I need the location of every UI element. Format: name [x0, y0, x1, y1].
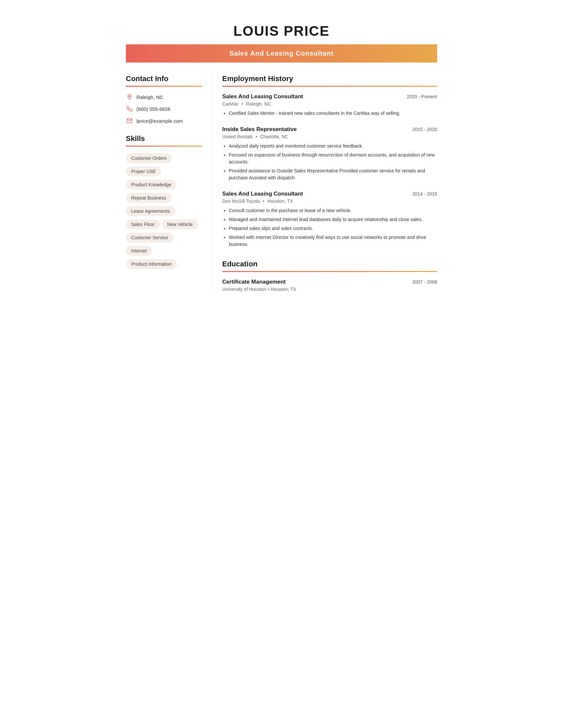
skill-tag: New Vehicle	[162, 219, 198, 229]
job-dates: 2020 - Present	[407, 94, 437, 99]
job-dates: 2014 - 2015	[412, 191, 437, 197]
skill-tag: Product Information	[126, 259, 177, 269]
skill-tag: Sales Floor	[126, 219, 160, 229]
contact-section-title: Contact Info	[126, 74, 202, 83]
job-title: Sales And Leasing Consultant	[222, 93, 303, 100]
job-company: CarMax • Raleigh, NC	[222, 101, 437, 107]
skills-divider	[126, 146, 202, 147]
job-bullet: Provided assistance to Outside Sales Rep…	[229, 167, 437, 181]
contact-item: Raleigh, NC	[126, 93, 202, 101]
education-divider	[222, 271, 437, 272]
job-entry: Inside Sales Representative 2015 - 2020 …	[222, 126, 437, 181]
jobs-list: Sales And Leasing Consultant 2020 - Pres…	[222, 93, 437, 248]
skills-list: Customer OrdersProper USEProduct Knowled…	[126, 153, 202, 272]
job-bullets: Analyzed daily reports and monitored cus…	[222, 143, 437, 181]
resume-title: Sales And Leasing Consultant	[229, 50, 334, 57]
skill-tag: Lease Agreements	[126, 206, 175, 216]
contact-item: lprice@example.com	[126, 117, 202, 124]
job-bullet: Prepared sales slips and sales contracts…	[229, 225, 437, 232]
job-bullet: Analyzed daily reports and monitored cus…	[229, 143, 437, 150]
contact-value: Raleigh, NC	[136, 94, 163, 100]
job-title: Sales And Leasing Consultant	[222, 191, 303, 197]
education-section-title: Education	[222, 260, 437, 268]
job-title: Inside Sales Representative	[222, 126, 297, 133]
edu-degree: Certificate Management	[222, 279, 286, 285]
svg-point-0	[129, 96, 130, 97]
education-list: Certificate Management 2007 - 2008 Unive…	[222, 279, 437, 292]
job-company: United Rentals • Charlotte, NC	[222, 134, 437, 139]
location-icon	[126, 93, 133, 101]
job-dates: 2015 - 2020	[412, 127, 437, 132]
skills-section-title: Skills	[126, 134, 202, 143]
edu-dates: 2007 - 2008	[412, 279, 437, 285]
job-bullet: Focused on expansion of business through…	[229, 152, 437, 165]
title-bar: Sales And Leasing Consultant	[126, 44, 437, 63]
contact-value: (600) 555-6826	[136, 106, 170, 112]
job-header: Sales And Leasing Consultant 2020 - Pres…	[222, 93, 437, 100]
contact-value: lprice@example.com	[136, 118, 183, 124]
phone-icon	[126, 105, 133, 113]
sidebar: Contact Info Raleigh, NC(600) 555-6826lp…	[126, 74, 212, 292]
job-header: Inside Sales Representative 2015 - 2020	[222, 126, 437, 133]
skills-section: Skills Customer OrdersProper USEProduct …	[126, 134, 202, 272]
main-content: Employment History Sales And Leasing Con…	[212, 74, 437, 292]
skill-tag: Customer Orders	[126, 153, 172, 163]
employment-section-title: Employment History	[222, 74, 437, 83]
edu-school: University of Houston • Houston, TX	[222, 287, 437, 292]
skill-tag: Product Knowledge	[126, 180, 176, 190]
email-icon	[126, 117, 133, 124]
job-bullet: Managed and maintained internet lead dat…	[229, 216, 437, 223]
job-entry: Sales And Leasing Consultant 2014 - 2015…	[222, 191, 437, 248]
job-bullets: Certified Sales Mentor - trained new sal…	[222, 110, 437, 117]
job-entry: Sales And Leasing Consultant 2020 - Pres…	[222, 93, 437, 117]
job-bullet: Worked with Internet Director to creativ…	[229, 234, 437, 248]
skill-tag: Internet	[126, 246, 152, 256]
contact-list: Raleigh, NC(600) 555-6826lprice@example.…	[126, 93, 202, 124]
employment-divider	[222, 86, 437, 87]
resume-name: LOUIS PRICE	[126, 13, 437, 44]
job-bullets: Consult customer in the purchase or leas…	[222, 207, 437, 248]
education-entry: Certificate Management 2007 - 2008 Unive…	[222, 279, 437, 292]
skill-tag: Customer Service	[126, 233, 173, 243]
contact-item: (600) 555-6826	[126, 105, 202, 113]
contact-divider	[126, 86, 202, 87]
job-company: Don McGill Toyota • Houston, TX	[222, 199, 437, 204]
job-bullet: Certified Sales Mentor - trained new sal…	[229, 110, 437, 117]
education-section: Education Certificate Management 2007 - …	[222, 260, 437, 292]
skill-tag: Proper USE	[126, 166, 161, 176]
job-header: Sales And Leasing Consultant 2014 - 2015	[222, 191, 437, 197]
edu-header: Certificate Management 2007 - 2008	[222, 279, 437, 285]
job-bullet: Consult customer in the purchase or leas…	[229, 207, 437, 214]
skill-tag: Repeat Business	[126, 193, 171, 203]
